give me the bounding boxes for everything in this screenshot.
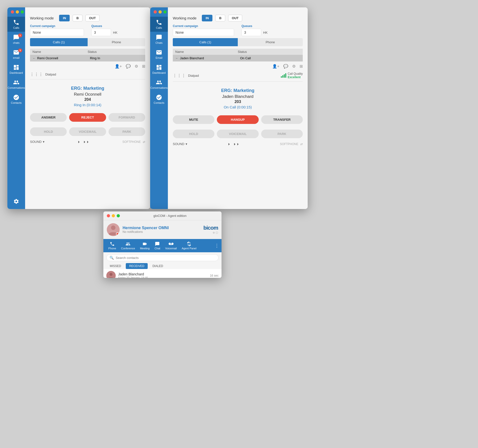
fullscreen-button-1[interactable] (21, 10, 24, 14)
sidebar-item-conversations[interactable]: Conversations (7, 77, 25, 92)
sidebar-settings[interactable] (13, 198, 19, 209)
minimize-button-1[interactable] (16, 10, 19, 14)
park-btn-1[interactable]: PARK (109, 127, 145, 136)
close-button-2[interactable] (154, 10, 157, 14)
fullscreen-button-glo[interactable] (117, 214, 120, 217)
nav-item-voicemail[interactable]: Voicemail (163, 240, 179, 251)
filter-missed[interactable]: MISSED (106, 263, 125, 269)
add-person-icon-1[interactable]: 👤+ (115, 64, 122, 69)
mode-b-btn-1[interactable]: B (73, 15, 82, 21)
back-arrow-icon-1: ← (32, 56, 36, 60)
recent-call-item[interactable]: Jaden Blanchard Friday 20 January, 18:46… (103, 269, 222, 278)
back-arrow-icon-2: ← (175, 56, 178, 60)
softphone-arrows-icon-2: ⇄ (300, 142, 303, 146)
sidebar-item-email-2[interactable]: Email (150, 47, 168, 62)
hangup-btn-2[interactable]: HANGUP (217, 115, 258, 124)
tab-calls-2[interactable]: Calls (1) (173, 38, 238, 46)
softphone-label-1: SOFTPHONE (122, 140, 141, 144)
nav-item-chat[interactable]: Chat (152, 240, 163, 251)
call-row-name-2: Jaden Blanchard (180, 56, 240, 60)
voicemail-btn-2[interactable]: VOICEMAIL (217, 130, 258, 138)
bicom-subtitle: ⚙ ⓘ (203, 231, 218, 235)
close-button-1[interactable] (11, 10, 14, 14)
dialpad-label-1[interactable]: Dialpad (45, 73, 56, 76)
mode-in-btn-2[interactable]: IN (202, 15, 212, 21)
conversations-icon-2 (156, 79, 162, 86)
sidebar-item-contacts-2[interactable]: Contacts (150, 92, 168, 107)
call-row-1[interactable]: ← Remi Oconnell Ring In (30, 55, 145, 61)
call-actions-row2-2: HOLD VOICEMAIL PARK (168, 126, 308, 140)
filter-received[interactable]: RECEIVED (126, 263, 148, 269)
call-row-2[interactable]: ← Jaden Blanchard On Call (173, 55, 303, 61)
add-person-icon-2[interactable]: 👤+ (272, 64, 279, 69)
search-input[interactable] (116, 256, 215, 260)
mode-in-btn-1[interactable]: IN (59, 15, 70, 21)
equalizer-icon-2[interactable]: ⚙ (292, 64, 296, 69)
sound-left-2: SOUND ▾ (173, 142, 187, 146)
tab-phone-2[interactable]: Phone (238, 38, 303, 46)
sidebar-label-contacts: Contacts (11, 101, 21, 104)
call-row-name-1: Remi Oconnell (37, 56, 90, 60)
nav-item-conference[interactable]: Conference (119, 240, 138, 251)
dialpad-label-2[interactable]: Dialpad (188, 74, 199, 77)
sidebar-item-calls-2[interactable]: Calls (150, 17, 168, 32)
sidebar-item-email[interactable]: 5 email (7, 47, 25, 62)
call-number-1: 204 (30, 97, 145, 102)
nav-item-phone[interactable]: Phone (106, 240, 119, 251)
next-icon-1[interactable]: ⏵⏵ (83, 140, 90, 144)
glocom-search-row: 🔍 (103, 252, 222, 263)
minimize-button-glo[interactable] (112, 214, 115, 217)
sound-chevron-icon-2[interactable]: ▾ (186, 142, 187, 146)
nav-item-agent-panel[interactable]: Agent Panel (179, 240, 199, 251)
mode-out-btn-1[interactable]: OUT (85, 15, 99, 21)
close-button-glo[interactable] (107, 214, 110, 217)
sound-chevron-icon-1[interactable]: ▾ (43, 140, 45, 144)
sidebar-label-email: email (13, 56, 19, 59)
voicemail-btn-1[interactable]: VOICEMAIL (69, 127, 106, 136)
chat-bubble-icon-1[interactable]: 💬 (126, 64, 131, 69)
email-badge: 5 (18, 48, 22, 52)
sidebar-label-dashboard: Dashboard (10, 71, 23, 74)
play-icon-2[interactable]: ⏵ (228, 142, 231, 146)
sidebar-item-contacts[interactable]: Contacts (7, 92, 25, 107)
park-btn-2[interactable]: PARK (261, 130, 303, 138)
fullscreen-button-2[interactable] (163, 10, 167, 14)
nav-more-button[interactable]: ⋮ (215, 243, 219, 248)
filter-dialed[interactable]: DIALED (149, 263, 166, 269)
sidebar-item-dashboard-2[interactable]: Dashboard (150, 62, 168, 77)
call-actions-row1-1: ANSWER REJECT FORWARD (25, 109, 150, 124)
phone-icon (13, 19, 19, 26)
answer-btn-1[interactable]: ANSWER (30, 113, 67, 122)
sidebar-item-chats[interactable]: 1 chats (7, 32, 25, 47)
mode-b-btn-2[interactable]: B (215, 15, 225, 21)
mute-btn-2[interactable]: MUTE (173, 115, 214, 124)
next-icon-2[interactable]: ⏵⏵ (233, 142, 240, 146)
sidebar-item-dashboard[interactable]: Dashboard (7, 62, 25, 77)
call-name-1: Remi Oconnell (30, 92, 145, 97)
forward-btn-1[interactable]: FORWARD (109, 113, 145, 122)
sidebar-item-conversations-2[interactable]: Conversations (150, 77, 168, 92)
softphone-label-2: SOFTPHONE (280, 142, 298, 146)
apps-icon-2[interactable]: ⊞ (300, 64, 303, 69)
play-icon-1[interactable]: ⏵ (78, 140, 81, 144)
hold-btn-1[interactable]: HOLD (30, 127, 67, 136)
avatar (107, 223, 120, 236)
minimize-button-2[interactable] (159, 10, 162, 14)
tab-calls-1[interactable]: Calls (1) (30, 38, 88, 46)
reject-btn-1[interactable]: REJECT (69, 113, 106, 122)
apps-icon-1[interactable]: ⊞ (142, 64, 145, 69)
col-status-header-2: Status (238, 50, 300, 54)
transfer-btn-2[interactable]: TRANSFER (261, 115, 303, 124)
mode-out-btn-2[interactable]: OUT (228, 15, 242, 21)
softphone-row-1: SOFTPHONE ⇄ (122, 140, 145, 144)
tab-phone-1[interactable]: Phone (88, 38, 145, 46)
chat-bubble-icon-2[interactable]: 💬 (283, 64, 288, 69)
nav-item-meeting[interactable]: Meeting (138, 240, 152, 251)
sidebar-item-calls[interactable]: Calls (7, 17, 25, 32)
user-notifications: No notifications (123, 230, 200, 234)
softphone-row-2: SOFTPHONE ⇄ (280, 142, 303, 146)
hold-btn-2[interactable]: HOLD (173, 130, 214, 138)
equalizer-icon-1[interactable]: ⚙ (135, 64, 138, 69)
sidebar-item-chats-2[interactable]: Chats (150, 32, 168, 47)
recent-time: 16 sec (210, 274, 219, 277)
